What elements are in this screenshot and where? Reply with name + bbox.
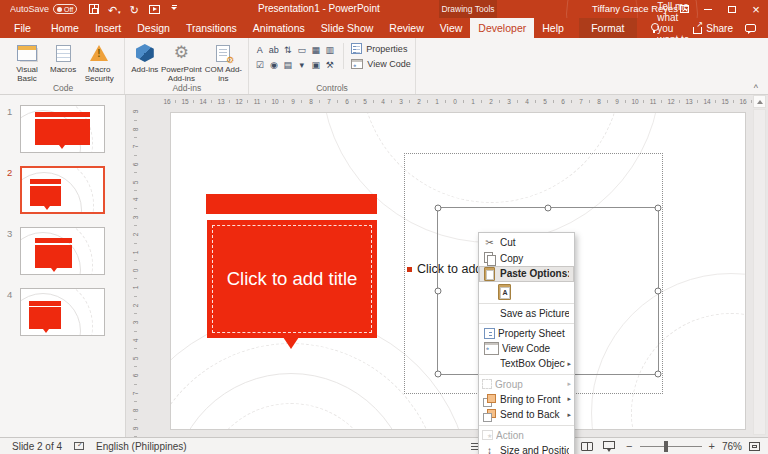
zoom-slider-thumb[interactable] [664, 441, 668, 452]
resize-handle-se[interactable] [655, 371, 662, 378]
tab-insert[interactable]: Insert [87, 18, 129, 38]
menu-item-send-to-back[interactable]: Send to Back ▸ [479, 407, 574, 423]
collapse-ribbon-button[interactable]: ^ [754, 84, 758, 93]
view-code-button[interactable]: View Code [351, 59, 410, 69]
slide-thumbnail-4[interactable]: 4 [7, 288, 121, 336]
tab-format[interactable]: Format [579, 18, 637, 38]
resize-handle-n[interactable] [545, 205, 552, 212]
label-control-icon[interactable]: A [253, 44, 266, 56]
window-title: Presentation1 - PowerPoint [258, 0, 380, 18]
undo-icon[interactable] [106, 2, 122, 16]
menu-item-size-and-position[interactable]: Size and Position... [479, 443, 574, 454]
tab-file[interactable]: File [2, 18, 43, 38]
zoom-in-button[interactable]: + [709, 441, 715, 452]
tab-view[interactable]: View [432, 18, 471, 38]
ribbon-display-options-icon[interactable] [672, 0, 696, 18]
paste-keep-source-formatting-button[interactable] [479, 282, 574, 301]
vertical-scrollbar[interactable] [753, 109, 766, 435]
size-position-icon [482, 444, 497, 454]
macro-security-button[interactable]: Macro Security [78, 40, 120, 84]
title-accent-strip[interactable] [206, 194, 377, 214]
powerpoint-addins-button[interactable]: PowerPoint Add-ins [160, 40, 202, 84]
menu-item-cut[interactable]: Cut [479, 235, 574, 251]
tab-developer[interactable]: Developer [470, 18, 534, 38]
slide-thumbnail[interactable] [20, 288, 105, 336]
tab-slide-show[interactable]: Slide Show [313, 18, 382, 38]
checkbox-control-icon[interactable]: ☑ [253, 59, 266, 71]
scroll-up-button[interactable] [753, 95, 766, 108]
tell-me-box[interactable]: Tell me what you want to do [650, 18, 693, 38]
customize-qat-icon[interactable] [166, 2, 182, 16]
slide-thumbnail-3[interactable]: 3 [7, 227, 121, 275]
share-button[interactable]: Share [693, 18, 733, 38]
tab-review[interactable]: Review [381, 18, 431, 38]
menu-item-save-as-picture[interactable]: Save as Picture... [479, 303, 574, 321]
slide-canvas[interactable]: Click to add title Click to add text [170, 112, 746, 430]
resize-handle-e[interactable] [655, 288, 662, 295]
tab-help[interactable]: Help [534, 18, 572, 38]
minimize-icon[interactable] [696, 0, 720, 18]
horizontal-ruler[interactable]: 1615141312111098765432101234567891011121… [158, 96, 754, 108]
tab-design[interactable]: Design [129, 18, 178, 38]
textbox-control-icon[interactable]: ab [267, 44, 280, 56]
maximize-icon[interactable] [720, 0, 744, 18]
slide-thumbnail-2[interactable]: 2 [7, 166, 121, 214]
tab-home[interactable]: Home [43, 18, 87, 38]
macros-button[interactable]: Macros [48, 40, 78, 84]
tab-transitions[interactable]: Transitions [178, 18, 245, 38]
comments-button[interactable] [745, 18, 756, 38]
option-button-control-icon[interactable]: ◉ [267, 59, 280, 71]
toggle-button-control-icon[interactable]: ▣ [309, 59, 322, 71]
menu-item-copy[interactable]: Copy [479, 251, 574, 267]
ribbon-group-controls: A ab ⇅ ▭ ▦ ▥ [249, 38, 415, 94]
slide-thumbnail[interactable] [20, 105, 105, 153]
menu-item-property-sheet[interactable]: Property Sheet [479, 323, 574, 341]
menu-item-bring-to-front[interactable]: Bring to Front ▸ [479, 392, 574, 408]
start-from-beginning-icon[interactable] [146, 2, 162, 16]
menu-item-textbox-object[interactable]: TextBox Object ▸ [479, 356, 574, 372]
zoom-out-button[interactable]: − [626, 441, 632, 452]
com-addins-button[interactable]: COM Add-ins [202, 40, 244, 84]
menu-item-view-code[interactable]: View Code [479, 341, 574, 357]
image-control-icon[interactable]: ▦ [309, 44, 322, 56]
scrollbar-control-icon[interactable]: ▥ [323, 44, 336, 56]
resize-handle-w[interactable] [435, 288, 442, 295]
addins-button[interactable]: Add-ins [129, 40, 160, 84]
resize-handle-nw[interactable] [435, 205, 442, 212]
spin-button-control-icon[interactable]: ⇅ [281, 44, 294, 56]
menu-item-action[interactable]: Action [479, 425, 574, 443]
thumbnail-title-strip [30, 179, 61, 183]
visual-basic-button[interactable]: Visual Basic [6, 40, 48, 84]
listbox-control-icon[interactable]: ▤ [281, 59, 294, 71]
title-placeholder[interactable]: Click to add title [207, 220, 377, 338]
paste-keep-text-icon [498, 284, 511, 299]
resize-handle-sw[interactable] [435, 371, 442, 378]
properties-button[interactable]: Properties [351, 43, 410, 54]
command-button-control-icon[interactable]: ▭ [295, 44, 308, 56]
vertical-ruler[interactable]: 9876543210123456789 [129, 103, 142, 437]
redo-icon[interactable] [126, 2, 142, 16]
reading-view-icon[interactable] [577, 439, 597, 454]
fit-slide-to-window-button[interactable] [749, 442, 760, 451]
zoom-slider[interactable] [640, 441, 702, 452]
slide-thumbnail-1[interactable]: 1 [7, 105, 121, 153]
maximize-icon [728, 6, 736, 13]
resize-handle-ne[interactable] [655, 205, 662, 212]
combobox-control-icon[interactable]: ▾ [295, 59, 308, 71]
slide-thumbnail[interactable] [20, 166, 105, 214]
menu-item-paste-options[interactable]: Paste Options: [479, 266, 574, 282]
zoom-percent[interactable]: 76% [722, 441, 742, 452]
language-label[interactable]: English (Philippines) [96, 441, 187, 452]
close-icon[interactable] [744, 0, 768, 18]
proofing-language-icon[interactable] [74, 442, 84, 450]
slide-thumbnail[interactable] [20, 227, 105, 275]
context-menu: Cut Copy Paste Options: [478, 232, 575, 454]
slideshow-icon[interactable] [599, 439, 619, 454]
submenu-arrow-icon: ▸ [567, 411, 571, 419]
tab-animations[interactable]: Animations [245, 18, 313, 38]
save-icon[interactable] [86, 2, 102, 16]
start-from-beginning-icon [149, 5, 160, 14]
menu-item-group[interactable]: Group ▸ [479, 374, 574, 392]
autosave-toggle[interactable]: Off [53, 4, 77, 14]
more-controls-icon[interactable]: ⚒ [323, 59, 336, 71]
